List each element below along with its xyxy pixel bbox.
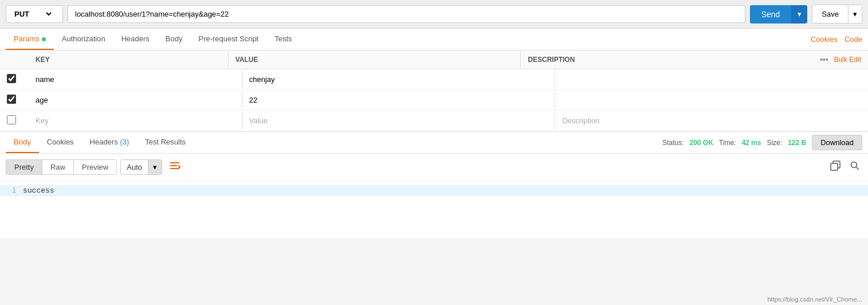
th-description: DESCRIPTION xyxy=(521,51,813,68)
empty-value-input[interactable] xyxy=(249,116,548,125)
th-checkbox xyxy=(0,55,29,64)
tab-body[interactable]: Body xyxy=(158,29,191,50)
method-dropdown[interactable]: PUT GET POST PATCH DELETE xyxy=(12,9,53,19)
row1-value-cell xyxy=(242,71,556,88)
code-link[interactable]: Code xyxy=(845,35,862,44)
table-header: KEY VALUE DESCRIPTION ••• Bulk Edit xyxy=(0,50,868,69)
row1-checkbox[interactable] xyxy=(7,74,16,83)
tab-pre-request-script[interactable]: Pre-request Script xyxy=(190,29,266,50)
auto-dropdown-button[interactable]: ▾ xyxy=(148,160,162,174)
request-tabs-container: Params Authorization Headers Body Pre-re… xyxy=(0,29,868,50)
format-tabs: Pretty Raw Preview xyxy=(6,159,117,175)
request-tabs: Params Authorization Headers Body Pre-re… xyxy=(6,29,811,50)
time-label: Time: xyxy=(719,139,736,147)
th-value: VALUE xyxy=(229,51,521,68)
code-area: 1 success xyxy=(0,181,868,238)
th-actions: ••• Bulk Edit xyxy=(813,50,868,69)
tab-tests[interactable]: Tests xyxy=(266,29,300,50)
tab-params[interactable]: Params xyxy=(6,29,54,50)
response-tabs: Body Cookies Headers (3) Test Results xyxy=(6,132,662,153)
empty-check[interactable] xyxy=(0,111,29,131)
svg-point-5 xyxy=(851,162,857,168)
bulk-edit-button[interactable]: Bulk Edit xyxy=(834,56,861,64)
params-table: KEY VALUE DESCRIPTION ••• Bulk Edit xyxy=(0,50,868,132)
time-value: 42 ms xyxy=(741,139,761,147)
headers-badge: (3) xyxy=(120,138,129,146)
wrap-icon[interactable] xyxy=(166,159,184,175)
row1-desc-cell xyxy=(555,71,868,88)
response-body-tools: Pretty Raw Preview Auto ▾ xyxy=(0,154,868,181)
copy-icon[interactable] xyxy=(828,158,843,175)
row2-desc-input[interactable] xyxy=(562,96,861,104)
row2-desc-cell xyxy=(555,91,868,109)
send-btn-group: Send ▾ xyxy=(750,5,808,24)
tab-right-actions: Cookies Code xyxy=(811,35,862,44)
th-key: KEY xyxy=(29,51,229,68)
rtab-cookies[interactable]: Cookies xyxy=(39,132,82,153)
response-meta: Status: 200 OK Time: 42 ms Size: 122 B D… xyxy=(662,135,862,150)
rtab-test-results[interactable]: Test Results xyxy=(137,132,194,153)
send-button[interactable]: Send xyxy=(750,5,792,24)
rtab-headers[interactable]: Headers (3) xyxy=(82,132,138,153)
empty-desc-input[interactable] xyxy=(562,116,861,125)
empty-checkbox[interactable] xyxy=(7,115,16,124)
svg-rect-4 xyxy=(831,163,838,170)
row2-value-cell xyxy=(242,91,556,109)
ftab-raw[interactable]: Raw xyxy=(42,160,74,174)
ftab-pretty[interactable]: Pretty xyxy=(6,160,42,174)
cookies-link[interactable]: Cookies xyxy=(811,35,838,44)
size-label: Size: xyxy=(767,139,782,147)
rtab-body[interactable]: Body xyxy=(6,132,39,153)
row1-check[interactable] xyxy=(0,69,29,89)
url-input[interactable] xyxy=(68,5,745,23)
table-row xyxy=(0,90,868,111)
save-dropdown-button[interactable]: ▾ xyxy=(848,5,862,23)
code-line: 1 success xyxy=(0,185,868,196)
tool-icons xyxy=(828,158,862,175)
save-btn-group: Save ▾ xyxy=(812,5,862,24)
save-button[interactable]: Save xyxy=(812,5,848,23)
send-dropdown-button[interactable]: ▾ xyxy=(791,5,807,24)
empty-key-input[interactable] xyxy=(36,116,235,125)
svg-line-6 xyxy=(857,167,859,170)
response-section: Body Cookies Headers (3) Test Results St… xyxy=(0,132,868,238)
row2-key-cell xyxy=(29,91,242,109)
response-tabs-bar: Body Cookies Headers (3) Test Results St… xyxy=(0,132,868,154)
status-value: 200 OK xyxy=(690,139,713,147)
row1-key-input[interactable] xyxy=(36,75,235,84)
row2-key-input[interactable] xyxy=(36,96,235,104)
more-options-icon[interactable]: ••• xyxy=(820,55,828,64)
row2-checkbox[interactable] xyxy=(7,95,16,104)
row1-key-cell xyxy=(29,71,242,88)
status-label: Status: xyxy=(662,139,684,147)
empty-desc-cell xyxy=(555,112,868,130)
tab-headers[interactable]: Headers xyxy=(113,29,158,50)
svg-rect-0 xyxy=(170,162,179,163)
svg-rect-1 xyxy=(170,165,177,166)
tab-authorization[interactable]: Authorization xyxy=(54,29,113,50)
table-row xyxy=(0,69,868,90)
size-value: 122 B xyxy=(788,139,806,147)
empty-value-cell xyxy=(242,112,556,130)
empty-key-cell xyxy=(29,112,242,130)
row2-value-input[interactable] xyxy=(249,96,548,104)
table-row-empty xyxy=(0,111,868,131)
row1-value-input[interactable] xyxy=(249,75,548,84)
method-selector[interactable]: PUT GET POST PATCH DELETE xyxy=(6,5,63,23)
row2-check[interactable] xyxy=(0,90,29,110)
search-icon[interactable] xyxy=(847,158,862,175)
line-number: 1 xyxy=(0,186,23,194)
auto-label: Auto xyxy=(121,160,148,174)
download-button[interactable]: Download xyxy=(812,135,862,150)
line-content: success xyxy=(23,186,54,195)
ftab-preview[interactable]: Preview xyxy=(74,160,116,174)
auto-select: Auto ▾ xyxy=(120,159,162,175)
params-dot xyxy=(42,37,46,41)
top-bar: PUT GET POST PATCH DELETE Send ▾ Save ▾ xyxy=(0,0,868,29)
row1-desc-input[interactable] xyxy=(562,75,861,84)
